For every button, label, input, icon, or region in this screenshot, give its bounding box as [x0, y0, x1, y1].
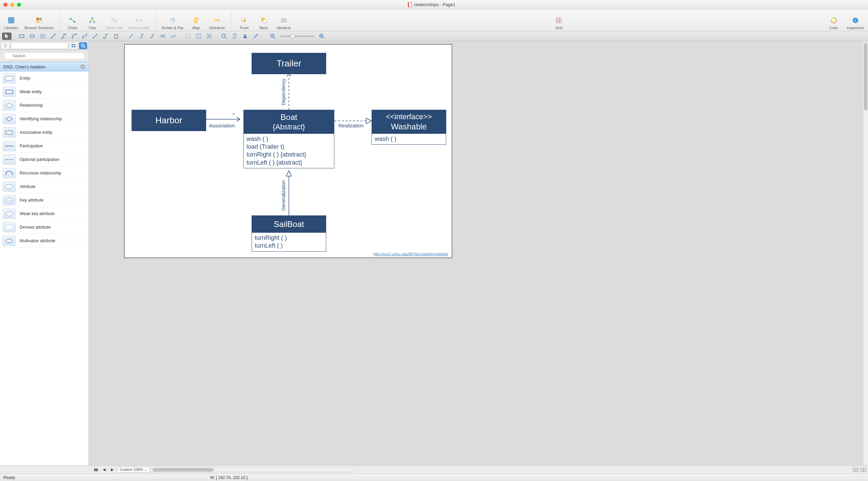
zoom-out-button[interactable] — [268, 33, 278, 40]
shape-thumb-icon — [3, 236, 16, 246]
shape-item[interactable]: Multivalue attribute — [0, 234, 88, 248]
svg-text:i: i — [855, 18, 856, 22]
shape-item[interactable]: Weak entity — [0, 85, 88, 99]
line-tool-4[interactable] — [158, 33, 167, 40]
connector-tool-4[interactable] — [80, 33, 90, 40]
class-boat[interactable]: Boat {Abstract} wash ( )load (Trailer t)… — [243, 110, 334, 168]
svg-rect-66 — [244, 35, 246, 37]
sidebar-path-field[interactable] — [11, 42, 68, 49]
connector-tool-1[interactable] — [48, 33, 58, 40]
shape-item[interactable]: Recursive relationship — [0, 166, 88, 180]
pan-tool[interactable] — [230, 33, 239, 40]
pointer-tool[interactable] — [2, 33, 12, 40]
shape-item[interactable]: Key attribute — [0, 193, 88, 207]
shape-item[interactable]: Entity — [0, 71, 88, 85]
align-button[interactable]: Align — [188, 11, 204, 30]
horizontal-scrollbar[interactable] — [152, 467, 355, 472]
zoom-slider[interactable] — [280, 36, 314, 37]
ellipse-tool[interactable] — [27, 33, 37, 40]
sidebar-top-bar — [0, 41, 88, 50]
pause-icon[interactable]: ▮▮ — [93, 467, 99, 473]
svg-rect-3 — [36, 18, 39, 20]
class-trailer[interactable]: Trailer — [252, 53, 326, 74]
shape-thumb-icon — [3, 182, 16, 192]
snap-tool-2[interactable] — [194, 33, 203, 40]
color-button[interactable]: Color — [826, 11, 842, 30]
zoom-in-button[interactable] — [317, 33, 327, 40]
rect-tool[interactable] — [17, 33, 26, 40]
shape-item[interactable]: Derived attribute — [0, 221, 88, 234]
class-trailer-title: Trailer — [252, 53, 326, 74]
sidebar-section-title: ERD, Chen's notation — [3, 64, 46, 69]
line-tool-5[interactable] — [169, 33, 178, 40]
layout-icon-1[interactable] — [853, 468, 859, 472]
svg-rect-58 — [186, 34, 190, 38]
sidebar-search-input[interactable] — [3, 52, 85, 60]
text-tool[interactable] — [38, 33, 47, 40]
svg-rect-27 — [284, 19, 286, 22]
svg-rect-50 — [86, 34, 87, 35]
close-section-icon[interactable]: × — [80, 64, 85, 69]
zoom-custom-label[interactable]: Custom 108% ⌄ — [117, 467, 150, 473]
class-washable[interactable]: <<interface>> Washable wash ( ) — [372, 110, 446, 145]
close-window-button[interactable] — [3, 3, 7, 7]
delete-tool[interactable] — [112, 33, 121, 40]
inspectors-button[interactable]: i Inspectors — [845, 11, 865, 30]
line-tool-1[interactable] — [126, 33, 136, 40]
eyedropper-tool[interactable] — [251, 33, 260, 40]
layout-icon-2[interactable] — [861, 468, 866, 472]
sidebar-section-header[interactable]: ERD, Chen's notation × — [0, 62, 88, 71]
class-harbor[interactable]: Harbor — [132, 110, 206, 131]
distribute-button[interactable]: Distribute — [208, 11, 226, 30]
diagram-page[interactable]: Trailer Harbor Boat {Abstract} wash ( )l… — [124, 44, 452, 258]
tree-button[interactable]: Tree — [84, 11, 100, 30]
connector-tool-5[interactable] — [91, 33, 100, 40]
delete-link-button[interactable]: Delete link — [104, 11, 124, 30]
sidebar-search-toggle[interactable] — [79, 42, 87, 49]
diagram-footer-link[interactable]: http://sce2.umkc.edu/BIT/burrise/pl/mode… — [373, 252, 448, 256]
vertical-scrollbar[interactable] — [863, 41, 868, 465]
browse-solutions-button[interactable]: Browse Solutions — [23, 11, 55, 30]
back-button[interactable]: Back — [256, 11, 272, 30]
shape-item-label: Identifying relationship — [20, 117, 62, 121]
class-sailboat[interactable]: SailBoat turnRight ( )turnLeft ( ) — [252, 215, 326, 252]
line-tool-2[interactable] — [137, 33, 146, 40]
sidebar-grid-view-button[interactable] — [70, 42, 78, 49]
status-bar: Ready M: [ 192.74, 102.10 ] — [0, 474, 868, 481]
multiplicity-star: * — [233, 112, 235, 118]
shape-item[interactable]: Attribute — [0, 180, 88, 193]
svg-rect-78 — [74, 44, 76, 45]
shape-item[interactable]: Associative entity — [0, 126, 88, 139]
grid-button[interactable]: Grid — [551, 11, 567, 30]
svg-rect-25 — [263, 19, 267, 23]
shape-item[interactable]: Weak key attribute — [0, 207, 88, 221]
stamp-tool[interactable] — [240, 33, 250, 40]
identical-button[interactable]: Identical — [275, 11, 292, 30]
reverse-link-button[interactable]: Reverse link — [127, 11, 151, 30]
svg-rect-77 — [72, 44, 73, 45]
shape-item[interactable]: Relationship — [0, 99, 88, 112]
connector-tool-2[interactable] — [59, 33, 68, 40]
snap-tool-3[interactable] — [204, 33, 214, 40]
canvas-scroll[interactable]: Trailer Harbor Boat {Abstract} wash ( )l… — [89, 41, 868, 465]
connector-tool-3[interactable] — [70, 33, 79, 40]
front-button[interactable]: Front — [236, 11, 252, 30]
rotate-flip-button[interactable]: Rotate & Flip — [160, 11, 185, 30]
zoom-window-button[interactable] — [17, 3, 21, 7]
snap-tool-1[interactable] — [183, 33, 193, 40]
shape-item[interactable]: Identifying relationship — [0, 112, 88, 126]
page-next-button[interactable]: ▶ — [109, 467, 115, 473]
connector-tool-6[interactable] — [101, 33, 111, 40]
zoom-tool[interactable] — [219, 33, 229, 40]
shape-item[interactable]: Participation — [0, 139, 88, 153]
minimize-window-button[interactable] — [10, 3, 14, 7]
chevron-down-icon[interactable]: ⌄ — [457, 3, 460, 6]
svg-point-89 — [5, 184, 13, 189]
secondary-toolbar — [0, 31, 868, 41]
sidebar-list-button[interactable] — [1, 42, 9, 49]
libraries-button[interactable]: Libraries — [3, 11, 20, 30]
shape-item[interactable]: Optional participation — [0, 153, 88, 166]
page-prev-button[interactable]: ◀ — [101, 467, 107, 473]
chain-button[interactable]: Chain — [64, 11, 81, 30]
line-tool-3[interactable] — [147, 33, 157, 40]
